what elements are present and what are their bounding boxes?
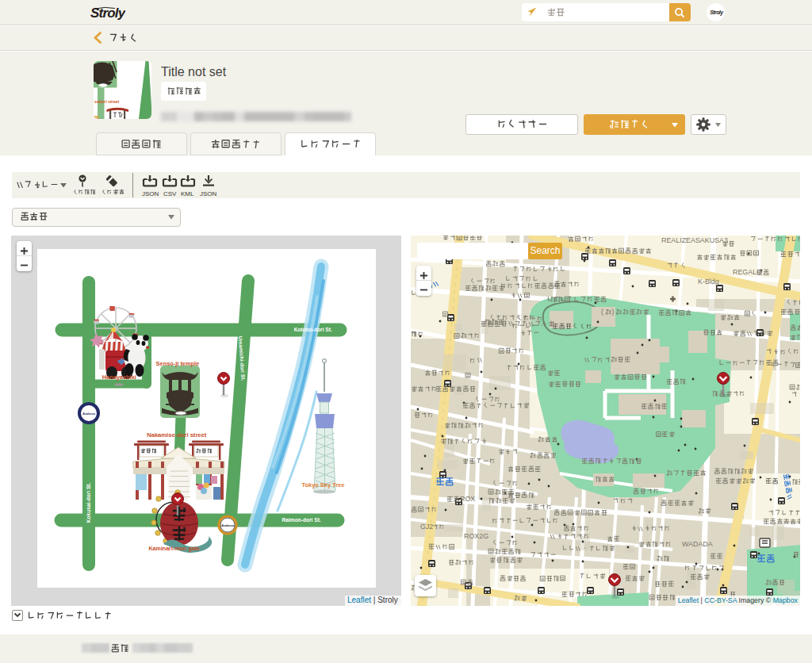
svg-text:WADADA: WADADA <box>682 540 713 548</box>
svg-text:K-Bldg: K-Bldg <box>698 278 719 286</box>
svg-text:ROX: ROX <box>460 495 475 503</box>
svg-text:GJ2: GJ2 <box>420 523 433 531</box>
svg-text:): ) <box>611 308 614 316</box>
svg-text:sedori street: sedori street <box>94 99 119 104</box>
svg-text:Nakamise-dori street: Nakamise-dori street <box>147 431 207 439</box>
svg-text:Asakusa: Asakusa <box>221 524 235 527</box>
svg-text:Stroly: Stroly <box>710 10 724 16</box>
svg-text:Hanayashiki: Hanayashiki <box>102 374 136 381</box>
svg-text:(: ( <box>601 308 603 316</box>
svg-text:Tokyo Sky Tree: Tokyo Sky Tree <box>302 481 345 489</box>
svg-text:Kaminari-mon gate: Kaminari-mon gate <box>149 546 200 552</box>
svg-text:Kototoi-dori St.: Kototoi-dori St. <box>294 327 332 332</box>
svg-text:Senso-ji temple: Senso-ji temple <box>156 360 200 367</box>
svg-text:Kokusai-dori St.: Kokusai-dori St. <box>86 482 91 523</box>
svg-text:ROX2G: ROX2G <box>464 532 488 540</box>
svg-text:REGALO: REGALO <box>733 268 762 276</box>
svg-text:Asakusa: Asakusa <box>82 412 96 416</box>
svg-text:REALIZEASAKUSA3: REALIZEASAKUSA3 <box>661 236 728 244</box>
svg-text:Raimon-dori St.: Raimon-dori St. <box>282 517 321 523</box>
